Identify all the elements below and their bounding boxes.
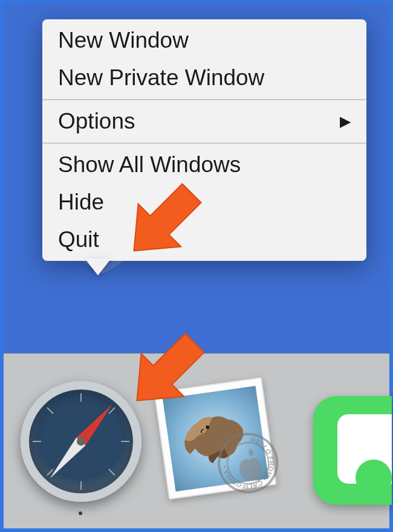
menu-item-hide[interactable]: Hide [42,184,366,221]
submenu-arrow-icon: ▶ [340,112,351,131]
menu-item-new-private-window[interactable]: New Private Window [42,59,366,97]
svg-text:HELLO FROM • CALIFORNIA •: HELLO FROM • CALIFORNIA • [218,434,279,494]
menu-divider [42,143,366,144]
svg-line-5 [109,469,115,475]
menu-item-label: Hide [58,187,104,217]
menu-item-new-window[interactable]: New Window [42,22,366,59]
dock-context-menu: New Window New Private Window Options ▶ … [42,19,366,261]
facetime-camera-icon [337,414,392,484]
menu-item-label: New Window [58,25,189,56]
mail-stamp-icon: HELLO FROM • CALIFORNIA • [154,377,276,499]
menu-item-label: Options [58,106,135,136]
dock-app-facetime[interactable] [313,396,392,505]
svg-line-4 [47,408,53,414]
menu-item-options[interactable]: Options ▶ [42,103,366,140]
dock-running-indicator [79,511,82,515]
screenshot-frame: PC New Window New Private Window Options… [0,0,393,532]
safari-compass-icon [21,381,141,502]
menu-item-label: Quit [58,225,99,255]
menu-pointer-tail [85,258,111,275]
menu-item-label: New Private Window [58,63,264,93]
menu-item-label: Show All Windows [58,150,241,180]
dock-app-mail[interactable]: HELLO FROM • CALIFORNIA • [155,378,291,514]
dock-app-safari[interactable] [21,381,141,502]
postmark-icon: HELLO FROM • CALIFORNIA • [214,429,282,497]
menu-item-show-all-windows[interactable]: Show All Windows [42,146,366,184]
menu-divider [42,99,366,100]
menu-item-quit[interactable]: Quit [42,221,366,258]
